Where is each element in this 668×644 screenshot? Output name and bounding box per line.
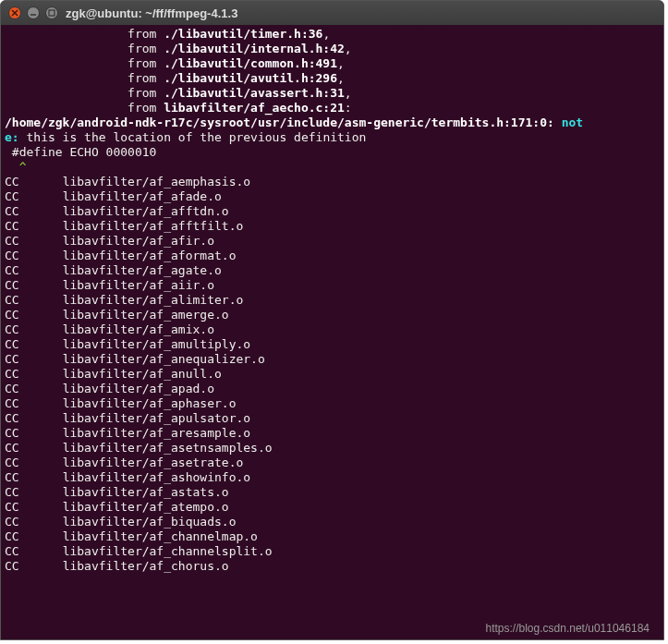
cc-line: CC libavfilter/af_biquads.o bbox=[5, 515, 660, 529]
cc-line: CC libavfilter/af_afir.o bbox=[5, 234, 660, 249]
maximize-button[interactable] bbox=[45, 6, 58, 19]
cc-line: CC libavfilter/af_apad.o bbox=[5, 382, 660, 396]
minimize-button[interactable] bbox=[27, 6, 40, 19]
cc-line: CC libavfilter/af_apulsator.o bbox=[5, 411, 660, 426]
cc-line: CC libavfilter/af_aresample.o bbox=[5, 426, 660, 441]
cc-line: CC libavfilter/af_asetnsamples.o bbox=[5, 441, 660, 456]
maximize-icon bbox=[48, 9, 55, 17]
cc-line: CC libavfilter/af_astats.o bbox=[5, 485, 660, 500]
note-line: /home/zgk/android-ndk-r17c/sysroot/usr/i… bbox=[5, 115, 660, 130]
cc-line: CC libavfilter/af_anequalizer.o bbox=[5, 352, 660, 367]
include-line: from ./libavutil/common.h:491, bbox=[5, 56, 660, 71]
include-line: from ./libavutil/internal.h:42, bbox=[5, 42, 660, 56]
cc-line: CC libavfilter/af_amix.o bbox=[5, 322, 660, 337]
cc-line: CC libavfilter/af_aphaser.o bbox=[5, 396, 660, 411]
cc-line: CC libavfilter/af_chorus.o bbox=[5, 559, 660, 574]
include-line: from ./libavutil/avutil.h:296, bbox=[5, 71, 660, 86]
include-line: from ./libavutil/timer.h:36, bbox=[5, 27, 660, 42]
cc-line: CC libavfilter/af_amultiply.o bbox=[5, 337, 660, 352]
terminal-window: zgk@ubuntu: ~/ff/ffmpeg-4.1.3 from ./lib… bbox=[0, 0, 664, 640]
include-line: from libavfilter/af_aecho.c:21: bbox=[5, 101, 660, 115]
cc-line: CC libavfilter/af_alimiter.o bbox=[5, 293, 660, 308]
define-line: #define ECHO 0000010 bbox=[5, 145, 660, 160]
cc-line: CC libavfilter/af_aemphasis.o bbox=[5, 175, 660, 189]
cc-line: CC libavfilter/af_channelsplit.o bbox=[5, 544, 660, 559]
note-line-2: e: this is the location of the previous … bbox=[5, 130, 660, 145]
svg-rect-0 bbox=[49, 10, 55, 16]
caret-line: ^ bbox=[5, 160, 660, 175]
cc-line: CC libavfilter/af_afftfilt.o bbox=[5, 219, 660, 234]
cc-line: CC libavfilter/af_aformat.o bbox=[5, 249, 660, 263]
window-controls bbox=[8, 6, 58, 19]
cc-line: CC libavfilter/af_atempo.o bbox=[5, 500, 660, 515]
watermark: https://blog.csdn.net/u011046184 bbox=[486, 622, 650, 635]
window-title: zgk@ubuntu: ~/ff/ffmpeg-4.1.3 bbox=[66, 6, 237, 20]
cc-line: CC libavfilter/af_asetrate.o bbox=[5, 456, 660, 470]
cc-line: CC libavfilter/af_afade.o bbox=[5, 189, 660, 204]
cc-line: CC libavfilter/af_anull.o bbox=[5, 367, 660, 382]
include-line: from ./libavutil/avassert.h:31, bbox=[5, 86, 660, 101]
minimize-icon bbox=[30, 9, 37, 17]
close-icon bbox=[11, 9, 18, 17]
cc-line: CC libavfilter/af_agate.o bbox=[5, 263, 660, 278]
cc-line: CC libavfilter/af_afftdn.o bbox=[5, 204, 660, 219]
cc-line: CC libavfilter/af_aiir.o bbox=[5, 278, 660, 293]
cc-line: CC libavfilter/af_channelmap.o bbox=[5, 529, 660, 544]
cc-line: CC libavfilter/af_amerge.o bbox=[5, 308, 660, 322]
terminal-content[interactable]: from ./libavutil/timer.h:36, from ./liba… bbox=[1, 25, 663, 639]
close-button[interactable] bbox=[8, 6, 21, 19]
cc-line: CC libavfilter/af_ashowinfo.o bbox=[5, 470, 660, 485]
titlebar[interactable]: zgk@ubuntu: ~/ff/ffmpeg-4.1.3 bbox=[1, 1, 663, 25]
